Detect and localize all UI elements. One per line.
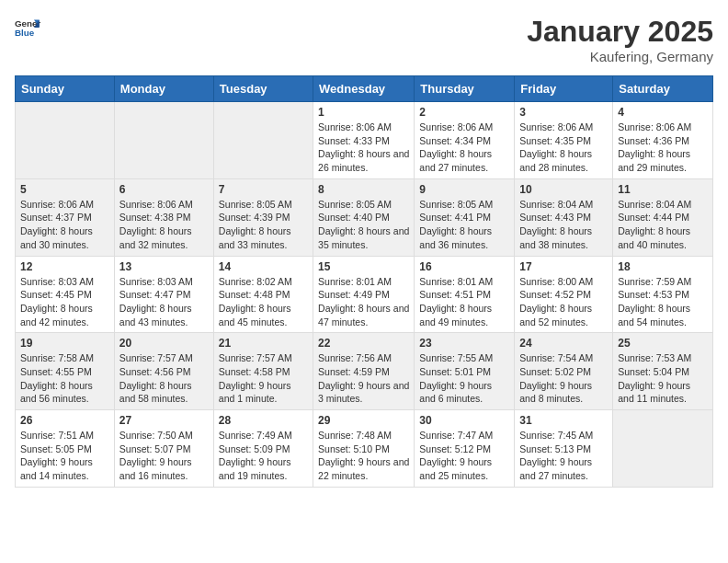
logo: General Blue bbox=[15, 15, 40, 40]
table-row: 10Sunrise: 8:04 AM Sunset: 4:43 PM Dayli… bbox=[515, 178, 613, 256]
table-row: 6Sunrise: 8:06 AM Sunset: 4:38 PM Daylig… bbox=[114, 178, 213, 256]
day-number: 17 bbox=[519, 260, 608, 273]
day-info: Sunrise: 8:06 AM Sunset: 4:36 PM Dayligh… bbox=[618, 121, 708, 175]
day-number: 30 bbox=[419, 414, 509, 427]
day-info: Sunrise: 8:04 AM Sunset: 4:43 PM Dayligh… bbox=[519, 198, 608, 252]
calendar-header-row: Sunday Monday Tuesday Wednesday Thursday… bbox=[16, 76, 713, 102]
table-row: 5Sunrise: 8:06 AM Sunset: 4:37 PM Daylig… bbox=[16, 178, 115, 256]
calendar-week-row: 1Sunrise: 8:06 AM Sunset: 4:33 PM Daylig… bbox=[16, 102, 713, 179]
day-number: 31 bbox=[519, 414, 608, 427]
table-row bbox=[613, 410, 713, 488]
header-thursday: Thursday bbox=[415, 76, 515, 102]
table-row: 4Sunrise: 8:06 AM Sunset: 4:36 PM Daylig… bbox=[613, 102, 713, 179]
day-info: Sunrise: 7:49 AM Sunset: 5:09 PM Dayligh… bbox=[219, 429, 308, 483]
logo-icon: General Blue bbox=[15, 15, 40, 40]
day-info: Sunrise: 8:03 AM Sunset: 4:45 PM Dayligh… bbox=[20, 275, 109, 329]
day-info: Sunrise: 8:02 AM Sunset: 4:48 PM Dayligh… bbox=[219, 275, 308, 329]
day-info: Sunrise: 8:01 AM Sunset: 4:49 PM Dayligh… bbox=[318, 275, 409, 329]
table-row: 13Sunrise: 8:03 AM Sunset: 4:47 PM Dayli… bbox=[114, 256, 213, 333]
calendar-week-row: 12Sunrise: 8:03 AM Sunset: 4:45 PM Dayli… bbox=[16, 256, 713, 333]
day-info: Sunrise: 7:47 AM Sunset: 5:12 PM Dayligh… bbox=[419, 429, 509, 483]
table-row: 27Sunrise: 7:50 AM Sunset: 5:07 PM Dayli… bbox=[114, 410, 213, 488]
month-title: January 2025 bbox=[527, 15, 713, 49]
calendar-table: Sunday Monday Tuesday Wednesday Thursday… bbox=[15, 75, 713, 488]
table-row: 11Sunrise: 8:04 AM Sunset: 4:44 PM Dayli… bbox=[613, 178, 713, 256]
day-number: 18 bbox=[618, 260, 708, 273]
header-monday: Monday bbox=[114, 76, 213, 102]
day-info: Sunrise: 7:57 AM Sunset: 4:58 PM Dayligh… bbox=[219, 351, 308, 406]
day-info: Sunrise: 7:51 AM Sunset: 5:05 PM Dayligh… bbox=[20, 429, 109, 483]
table-row: 30Sunrise: 7:47 AM Sunset: 5:12 PM Dayli… bbox=[415, 410, 515, 488]
day-info: Sunrise: 8:05 AM Sunset: 4:40 PM Dayligh… bbox=[318, 198, 409, 252]
table-row: 3Sunrise: 8:06 AM Sunset: 4:35 PM Daylig… bbox=[515, 102, 613, 179]
table-row: 2Sunrise: 8:06 AM Sunset: 4:34 PM Daylig… bbox=[415, 102, 515, 179]
header-sunday: Sunday bbox=[16, 76, 115, 102]
table-row: 29Sunrise: 7:48 AM Sunset: 5:10 PM Dayli… bbox=[313, 410, 415, 488]
table-row bbox=[213, 102, 313, 179]
day-info: Sunrise: 7:50 AM Sunset: 5:07 PM Dayligh… bbox=[119, 429, 209, 483]
header-wednesday: Wednesday bbox=[313, 76, 415, 102]
day-info: Sunrise: 7:54 AM Sunset: 5:02 PM Dayligh… bbox=[519, 351, 608, 406]
day-info: Sunrise: 7:57 AM Sunset: 4:56 PM Dayligh… bbox=[119, 351, 209, 406]
day-info: Sunrise: 8:05 AM Sunset: 4:41 PM Dayligh… bbox=[419, 198, 509, 252]
day-info: Sunrise: 7:48 AM Sunset: 5:10 PM Dayligh… bbox=[318, 429, 409, 483]
day-info: Sunrise: 7:58 AM Sunset: 4:55 PM Dayligh… bbox=[20, 351, 109, 406]
day-number: 19 bbox=[20, 337, 109, 350]
calendar-week-row: 5Sunrise: 8:06 AM Sunset: 4:37 PM Daylig… bbox=[16, 178, 713, 256]
day-number: 20 bbox=[119, 337, 209, 350]
day-number: 15 bbox=[318, 260, 409, 273]
table-row bbox=[16, 102, 115, 179]
day-info: Sunrise: 7:56 AM Sunset: 4:59 PM Dayligh… bbox=[318, 351, 409, 406]
day-number: 14 bbox=[219, 260, 308, 273]
day-number: 26 bbox=[20, 414, 109, 427]
day-number: 9 bbox=[419, 183, 509, 196]
day-info: Sunrise: 7:59 AM Sunset: 4:53 PM Dayligh… bbox=[618, 275, 708, 329]
header-friday: Friday bbox=[515, 76, 613, 102]
day-number: 13 bbox=[119, 260, 209, 273]
table-row: 23Sunrise: 7:55 AM Sunset: 5:01 PM Dayli… bbox=[415, 333, 515, 410]
day-number: 16 bbox=[419, 260, 509, 273]
table-row: 15Sunrise: 8:01 AM Sunset: 4:49 PM Dayli… bbox=[313, 256, 415, 333]
page-header: General Blue January 2025 Kaufering, Ger… bbox=[15, 15, 713, 64]
day-number: 28 bbox=[219, 414, 308, 427]
table-row: 8Sunrise: 8:05 AM Sunset: 4:40 PM Daylig… bbox=[313, 178, 415, 256]
day-number: 24 bbox=[519, 337, 608, 350]
table-row: 17Sunrise: 8:00 AM Sunset: 4:52 PM Dayli… bbox=[515, 256, 613, 333]
day-number: 27 bbox=[119, 414, 209, 427]
svg-text:Blue: Blue bbox=[15, 28, 35, 38]
day-info: Sunrise: 8:06 AM Sunset: 4:38 PM Dayligh… bbox=[119, 198, 209, 252]
day-number: 29 bbox=[318, 414, 409, 427]
day-number: 25 bbox=[618, 337, 708, 350]
day-number: 11 bbox=[618, 183, 708, 196]
day-info: Sunrise: 8:01 AM Sunset: 4:51 PM Dayligh… bbox=[419, 275, 509, 329]
day-number: 6 bbox=[119, 183, 209, 196]
table-row: 1Sunrise: 8:06 AM Sunset: 4:33 PM Daylig… bbox=[313, 102, 415, 179]
calendar-week-row: 19Sunrise: 7:58 AM Sunset: 4:55 PM Dayli… bbox=[16, 333, 713, 410]
table-row: 26Sunrise: 7:51 AM Sunset: 5:05 PM Dayli… bbox=[16, 410, 115, 488]
day-info: Sunrise: 8:04 AM Sunset: 4:44 PM Dayligh… bbox=[618, 198, 708, 252]
table-row: 7Sunrise: 8:05 AM Sunset: 4:39 PM Daylig… bbox=[213, 178, 313, 256]
table-row: 22Sunrise: 7:56 AM Sunset: 4:59 PM Dayli… bbox=[313, 333, 415, 410]
table-row bbox=[114, 102, 213, 179]
day-info: Sunrise: 8:06 AM Sunset: 4:35 PM Dayligh… bbox=[519, 121, 608, 175]
day-number: 21 bbox=[219, 337, 308, 350]
table-row: 25Sunrise: 7:53 AM Sunset: 5:04 PM Dayli… bbox=[613, 333, 713, 410]
location: Kaufering, Germany bbox=[527, 49, 713, 64]
day-info: Sunrise: 8:06 AM Sunset: 4:34 PM Dayligh… bbox=[419, 121, 509, 175]
table-row: 31Sunrise: 7:45 AM Sunset: 5:13 PM Dayli… bbox=[515, 410, 613, 488]
day-number: 12 bbox=[20, 260, 109, 273]
header-tuesday: Tuesday bbox=[213, 76, 313, 102]
day-number: 10 bbox=[519, 183, 608, 196]
table-row: 12Sunrise: 8:03 AM Sunset: 4:45 PM Dayli… bbox=[16, 256, 115, 333]
day-number: 7 bbox=[219, 183, 308, 196]
table-row: 28Sunrise: 7:49 AM Sunset: 5:09 PM Dayli… bbox=[213, 410, 313, 488]
day-number: 5 bbox=[20, 183, 109, 196]
day-number: 22 bbox=[318, 337, 409, 350]
day-info: Sunrise: 8:06 AM Sunset: 4:33 PM Dayligh… bbox=[318, 121, 409, 175]
day-number: 3 bbox=[519, 106, 608, 119]
day-info: Sunrise: 8:06 AM Sunset: 4:37 PM Dayligh… bbox=[20, 198, 109, 252]
day-number: 23 bbox=[419, 337, 509, 350]
header-saturday: Saturday bbox=[613, 76, 713, 102]
table-row: 24Sunrise: 7:54 AM Sunset: 5:02 PM Dayli… bbox=[515, 333, 613, 410]
day-info: Sunrise: 8:00 AM Sunset: 4:52 PM Dayligh… bbox=[519, 275, 608, 329]
